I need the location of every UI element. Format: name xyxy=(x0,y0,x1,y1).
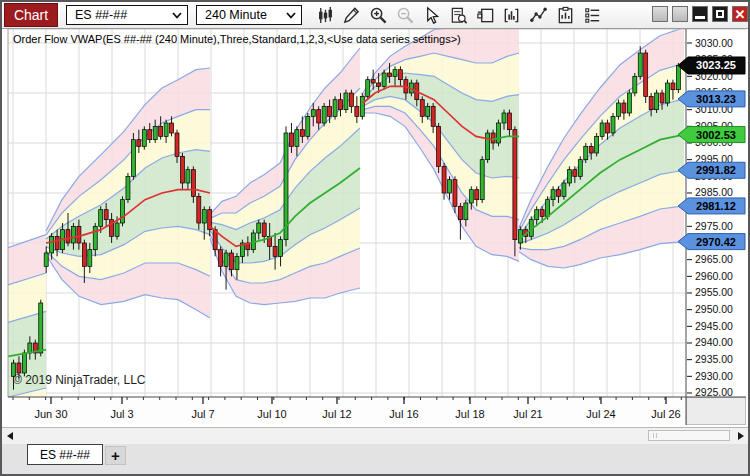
price-tick-label: 2985.00 xyxy=(695,186,733,198)
date-label: Jul 24 xyxy=(586,408,615,420)
scrollbar-thumb[interactable] xyxy=(648,430,730,441)
candle-body xyxy=(638,53,642,76)
candle-body xyxy=(513,130,517,240)
candle-body xyxy=(104,210,108,220)
add-tab-button[interactable]: + xyxy=(105,446,126,465)
candle-body xyxy=(366,80,370,97)
candle-body xyxy=(71,226,75,243)
candle-body xyxy=(606,123,610,133)
window-button-2[interactable] xyxy=(672,6,688,22)
price-tick-label: 2940.00 xyxy=(695,336,733,348)
scroll-left-icon[interactable] xyxy=(7,432,13,440)
candle-body xyxy=(633,76,637,93)
chart-canvas[interactable]: 3030.003025.003020.003015.003010.003005.… xyxy=(2,29,748,427)
interval-selector[interactable]: 240 Minute xyxy=(196,5,302,25)
date-label: Jul 7 xyxy=(191,408,214,420)
candle-body xyxy=(137,140,141,147)
price-tick-label: 2925.00 xyxy=(695,386,733,398)
candle-body xyxy=(159,126,163,136)
price-tick-label: 3030.00 xyxy=(695,37,733,49)
candle-body xyxy=(126,176,130,199)
candle-body xyxy=(442,166,446,193)
instrument-selector-value: ES ##-## xyxy=(75,8,127,22)
window-button-1[interactable] xyxy=(652,6,668,22)
candle-body xyxy=(469,190,473,203)
tab-es-instrument[interactable]: ES ##-## xyxy=(27,444,103,465)
scroll-right-icon[interactable] xyxy=(738,432,744,440)
candle-body xyxy=(546,200,550,217)
candle-body xyxy=(600,123,604,136)
close-button[interactable]: ✕ xyxy=(732,6,748,22)
candle-body xyxy=(22,353,26,373)
window-bottom-edge xyxy=(2,466,748,474)
candle-body xyxy=(660,93,664,103)
candle-body xyxy=(186,170,190,183)
price-badge-value: 3002.53 xyxy=(696,129,736,141)
cursor-icon[interactable] xyxy=(420,4,444,26)
candle-body xyxy=(77,226,81,243)
price-tick-label: 2950.00 xyxy=(695,303,733,315)
zoom-out-icon xyxy=(393,4,417,26)
candle-body xyxy=(458,206,462,219)
candle-body xyxy=(257,223,261,233)
candle-body xyxy=(360,96,364,116)
candle-body xyxy=(121,200,125,223)
candle-body xyxy=(676,65,680,89)
candle-body xyxy=(497,123,501,143)
indicators-icon[interactable] xyxy=(500,4,524,26)
candle-body xyxy=(142,130,146,147)
price-tick-label: 2945.00 xyxy=(695,320,733,332)
draw-icon[interactable] xyxy=(340,4,364,26)
candle-body xyxy=(371,80,375,83)
candle-body xyxy=(39,303,43,353)
instrument-selector[interactable]: ES ##-## xyxy=(66,5,188,25)
horizontal-scrollbar[interactable] xyxy=(2,427,748,444)
candle-body xyxy=(589,146,593,153)
candle-body xyxy=(55,236,59,249)
price-tick-label: 2955.00 xyxy=(695,286,733,298)
candle-body xyxy=(82,243,86,266)
candle-body xyxy=(306,116,310,136)
drawing-tools-icon[interactable] xyxy=(527,4,551,26)
date-label: Jul 21 xyxy=(513,408,542,420)
candle-body xyxy=(317,110,321,123)
candle-body xyxy=(170,123,174,133)
candle-body xyxy=(486,133,490,160)
candle-body xyxy=(437,126,441,166)
panel-icon[interactable] xyxy=(473,4,497,26)
candle-body xyxy=(655,93,659,110)
chart-style-icon[interactable] xyxy=(313,4,337,26)
properties-icon[interactable] xyxy=(580,4,604,26)
candle-body xyxy=(567,170,571,183)
report-icon[interactable] xyxy=(553,4,577,26)
candle-body xyxy=(480,160,484,200)
price-tick-label: 2965.00 xyxy=(695,253,733,265)
candle-body xyxy=(295,130,299,147)
candle-body xyxy=(289,133,293,146)
candle-body xyxy=(584,146,588,159)
restore-button[interactable] xyxy=(712,6,728,22)
candle-body xyxy=(115,223,119,236)
candle-body xyxy=(491,133,495,143)
candle-body xyxy=(502,113,506,123)
candle-body xyxy=(398,70,402,80)
candle-body xyxy=(219,250,223,267)
candle-body xyxy=(191,170,195,197)
chart-window: Chart ES ##-## 240 Minute ✕ 3030.003025.… xyxy=(0,0,750,476)
indicator-label[interactable]: Order Flow VWAP(ES ##-## (240 Minute),Th… xyxy=(13,33,461,45)
price-tick-label: 2930.00 xyxy=(695,370,733,382)
zoom-in-icon[interactable] xyxy=(366,4,390,26)
minimize-button[interactable] xyxy=(692,6,708,22)
price-badge-value: 2970.42 xyxy=(696,236,736,248)
candle-body xyxy=(627,93,631,113)
candle-body xyxy=(464,203,468,220)
candle-body xyxy=(197,196,201,223)
candle-body xyxy=(611,116,615,133)
candle-body xyxy=(311,110,315,117)
candle-body xyxy=(44,253,48,266)
candle-body xyxy=(235,256,239,269)
candle-body xyxy=(671,83,675,90)
data-box-icon[interactable] xyxy=(447,4,471,26)
candle-body xyxy=(557,190,561,197)
date-label: Jul 16 xyxy=(389,408,418,420)
